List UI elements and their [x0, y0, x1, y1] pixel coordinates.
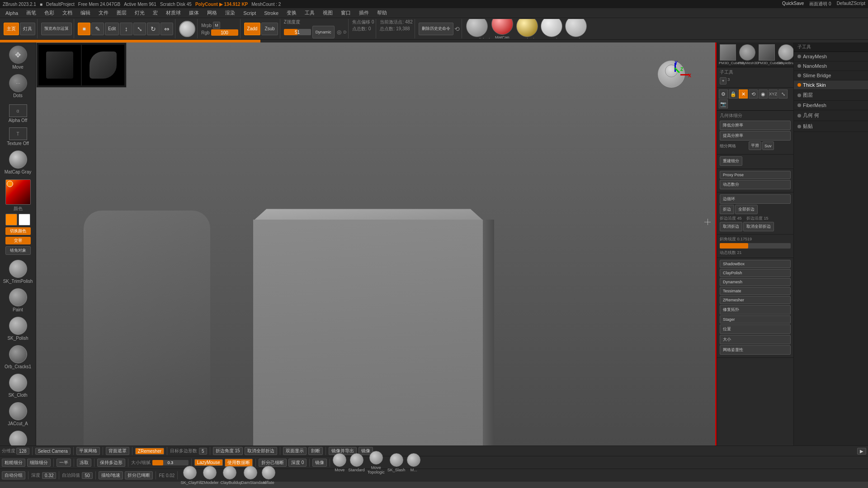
menu-window[interactable]: 窗口 — [337, 9, 354, 17]
menu-brush[interactable]: 画笔 — [23, 9, 40, 17]
position-btn[interactable]: 位置 — [720, 324, 791, 334]
one-sided-btn[interactable]: 一半 — [57, 459, 71, 467]
menu-material[interactable]: 材质球 — [162, 9, 184, 17]
quick-save-btn[interactable]: QuickSave — [782, 1, 804, 7]
lazy-mouse-btn[interactable]: LazyMouse — [194, 459, 223, 466]
matcap-gray-btn[interactable]: MatCap Gray — [3, 149, 33, 176]
fore-color-btn[interactable]: 切换颜色 — [5, 227, 31, 235]
avoid-btn[interactable]: 错免对象 — [5, 246, 31, 255]
geo-item[interactable]: 几何 何 — [794, 110, 868, 121]
depth-val-btn[interactable]: 深度 0 — [288, 459, 307, 467]
tool-dam-standard[interactable]: DamStandard — [241, 466, 260, 485]
thick-skin-item[interactable]: Thick Skin — [794, 80, 868, 90]
select-camera-btn[interactable]: Select Camera — [35, 448, 71, 455]
tool-clay-buildup[interactable]: ClayBuildup — [220, 466, 239, 485]
menu-light[interactable]: 灯光 — [131, 9, 148, 17]
paint-btn[interactable]: Paint — [3, 287, 33, 314]
smooth-slider[interactable]: 0.3 — [152, 460, 189, 465]
flatten-btn[interactable]: 平展网格 — [76, 447, 100, 455]
auto-val-btn[interactable]: 50 — [82, 472, 92, 479]
menu-file[interactable]: 文件 — [95, 9, 112, 17]
jaccut-btn[interactable]: JACcut_A — [3, 401, 33, 427]
use-data-btn[interactable]: 使用数据断 — [225, 459, 253, 467]
tool-zmodeler[interactable]: ZModeler — [201, 466, 218, 485]
lower-sub-btn[interactable]: 降低分辨率 — [720, 121, 791, 130]
tpose-btn[interactable]: TPoseMesh — [3, 429, 33, 446]
icon-draw[interactable]: ✎ — [91, 23, 104, 35]
menu-transform[interactable]: 变换 — [283, 9, 300, 17]
alpha-off-btn[interactable]: α Alpha Off — [3, 103, 33, 124]
alpha-thumb-2[interactable] — [82, 45, 124, 85]
zremesher-btn[interactable]: ZRemesher — [135, 448, 164, 455]
mat-thumb-toy-plastic[interactable]: ToyPlastic — [516, 19, 538, 38]
mat-thumb-smooth[interactable]: Smooth — [541, 19, 562, 38]
menu-mesh[interactable]: 网格 — [203, 9, 221, 17]
subtool-thumb-1[interactable]: PM3D_Cube3D — [719, 44, 737, 65]
menu-document[interactable]: 文档 — [59, 9, 76, 17]
rotate-btn[interactable]: ↻ — [147, 23, 160, 35]
edit-btn[interactable]: Edit — [105, 23, 119, 35]
subtool-thumb-2[interactable]: PolyMesh3D — [738, 44, 756, 65]
nano-mesh-item[interactable]: NanoMesh — [794, 61, 868, 71]
menu-plugin[interactable]: 插件 — [355, 9, 373, 17]
proxy-pose-btn[interactable]: Proxy Pose — [720, 171, 791, 179]
mirror-2-btn[interactable]: 镜像 — [312, 459, 327, 467]
edge-loop-btn[interactable]: 边循环 — [720, 194, 791, 204]
subtool-add-btn[interactable]: + — [720, 77, 726, 84]
right-icon-5[interactable]: ◉ — [759, 89, 768, 99]
color-spectrum[interactable] — [5, 179, 31, 205]
m-btn[interactable]: M — [213, 22, 220, 29]
menu-color[interactable]: 色彩 — [41, 9, 58, 17]
texture-off-btn[interactable]: T Texture Off — [3, 126, 33, 147]
animation-btn[interactable]: 动态数分 — [720, 180, 791, 189]
bevel-btn[interactable]: 折边 — [720, 205, 734, 214]
remove-sub-btn[interactable]: 细除细分 — [27, 459, 51, 467]
preview-bool-btn[interactable]: 预览布尔运算 — [41, 23, 72, 35]
menu-view[interactable]: 视图 — [319, 9, 336, 17]
swatch-foreground[interactable] — [5, 214, 17, 225]
dots-btn[interactable]: ⋯ Dots — [3, 73, 33, 99]
sym-btn[interactable]: ⇔ — [160, 23, 173, 35]
alpha-thumb-1[interactable] — [38, 45, 81, 85]
subtool-thumb-4[interactable]: SimpleBrush — [777, 44, 793, 65]
mat-thumb-npolish[interactable]: M_NPolishade — [466, 19, 488, 38]
menu-script[interactable]: Script — [240, 9, 259, 17]
array-mesh-item[interactable]: ArrayMesh — [794, 52, 868, 61]
menu-tool[interactable]: 工具 — [301, 9, 318, 17]
move-btn[interactable]: ↕ — [120, 23, 132, 35]
backface-btn[interactable]: 背面遮罩 — [106, 447, 129, 455]
menu-layer[interactable]: 图层 — [113, 9, 130, 17]
mesh-visibility-btn[interactable]: 网格姿显性 — [720, 345, 791, 355]
history-btn[interactable]: 删除历史史命令 — [419, 23, 453, 35]
swatch-background[interactable] — [19, 214, 30, 225]
z-intensity-slider[interactable]: 51 — [284, 29, 311, 35]
texture-item[interactable]: 贴贴 — [794, 121, 868, 132]
all-bevel-btn[interactable]: 全部折边 — [735, 205, 758, 214]
right-icon-3[interactable]: ✕ — [739, 89, 748, 99]
menu-stroke[interactable]: Stroke — [260, 9, 282, 17]
dynamesh-btn[interactable]: Dynamesh — [720, 278, 791, 286]
zadd-btn[interactable]: Zadd — [244, 23, 261, 35]
right-icon-1[interactable]: ⚙ — [719, 89, 728, 99]
subtool-thumb-3[interactable]: PM3D_Cube3D — [758, 44, 776, 65]
cancel-bevel-btn[interactable]: 取消折边 — [720, 222, 742, 231]
history-icon[interactable]: ⟲ — [454, 25, 460, 33]
zsub-btn[interactable]: Zsub — [261, 23, 278, 35]
tessimate-btn[interactable]: Tessimate — [720, 287, 791, 295]
cancel-bevel-bottom-btn[interactable]: 取消全部折边 — [245, 447, 277, 455]
brush-sphere[interactable] — [179, 21, 195, 37]
stager-btn[interactable]: Stager — [720, 315, 791, 324]
main-tab-btn[interactable]: 主页 — [4, 23, 19, 35]
depth-value-btn[interactable]: 0.32 — [42, 472, 56, 479]
sk-trim-btn[interactable]: SK_TrimPolish — [3, 258, 33, 285]
light-tab-btn[interactable]: 灯具 — [20, 23, 35, 35]
menu-edit[interactable]: 编辑 — [77, 9, 94, 17]
shadowbox-btn[interactable]: ShadowBox — [720, 260, 791, 268]
right-icon-camera[interactable]: 📷 — [719, 99, 728, 108]
rough-sub-btn[interactable]: 粗糙细分 — [2, 459, 25, 467]
menu-macro[interactable]: 宏 — [149, 9, 161, 17]
suv-btn[interactable]: Suv — [762, 141, 774, 150]
right-icon-xyz[interactable]: XYZ — [769, 89, 778, 99]
repair-btn[interactable]: 修复拓扑 — [720, 305, 791, 314]
scale-btn[interactable]: ⤡ — [133, 23, 146, 35]
